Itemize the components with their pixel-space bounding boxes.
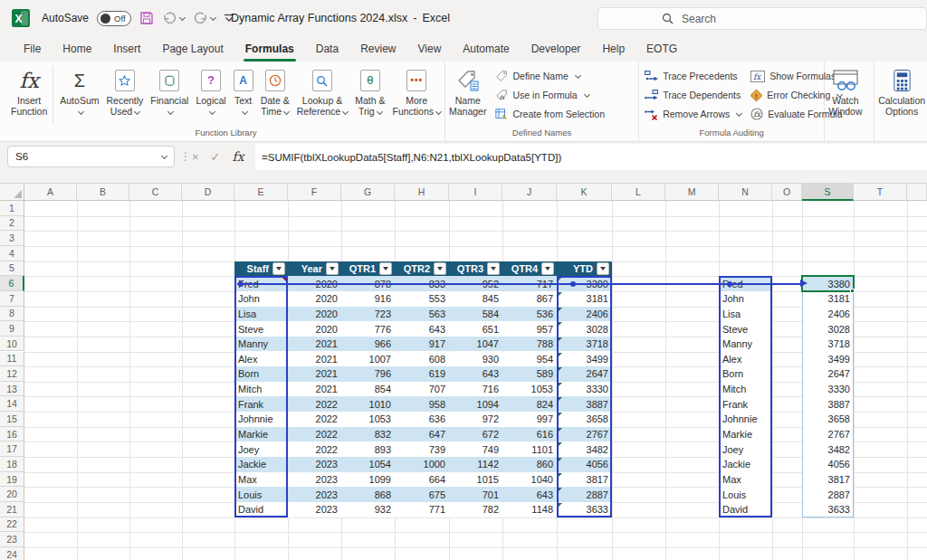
filter-button-qtr2[interactable]: [434, 262, 446, 275]
cell-S18[interactable]: 4056: [802, 457, 854, 472]
confirm-entry-button[interactable]: ✓: [211, 150, 221, 164]
cell-E13[interactable]: Mitch: [234, 382, 288, 397]
cell-S8[interactable]: 2406: [802, 307, 854, 322]
cell-F12[interactable]: 2021: [288, 366, 341, 382]
cell-G21[interactable]: 932: [341, 502, 395, 517]
cell-N11[interactable]: Alex: [719, 352, 772, 367]
formula-input[interactable]: =SUMIF(tblXLookupData5[Staff],N6:N21,tbl…: [255, 144, 927, 170]
cell-J17[interactable]: 1101: [502, 441, 557, 457]
cell-H17[interactable]: 739: [395, 441, 449, 457]
cell-N15[interactable]: Johnnie: [719, 412, 772, 427]
cell-K21[interactable]: 3633: [557, 502, 612, 517]
ribbon-button-recently-used[interactable]: Recently Used: [102, 64, 147, 117]
cell-I19[interactable]: 1015: [449, 472, 502, 488]
column-header-T[interactable]: T: [854, 184, 907, 201]
row-header-12[interactable]: 12: [0, 366, 24, 382]
cell-G20[interactable]: 868: [341, 487, 395, 502]
column-header-C[interactable]: C: [129, 184, 182, 201]
row-header-1[interactable]: 1: [0, 201, 24, 216]
cell-N19[interactable]: Max: [719, 472, 772, 488]
row-header-5[interactable]: 5: [0, 261, 24, 277]
cell-I18[interactable]: 1142: [449, 457, 502, 472]
cell-N12[interactable]: Born: [719, 366, 772, 382]
cell-K7[interactable]: 3181: [557, 291, 612, 307]
column-header-A[interactable]: A: [24, 184, 77, 201]
cell-K11[interactable]: 3499: [557, 352, 612, 367]
cell-E17[interactable]: Joey: [234, 441, 288, 457]
name-manager-button[interactable]: Name Manager: [445, 64, 490, 117]
cell-E14[interactable]: Frank: [234, 396, 288, 412]
cell-I17[interactable]: 749: [449, 441, 502, 457]
row-header-14[interactable]: 14: [0, 396, 24, 412]
cell-I20[interactable]: 701: [449, 487, 502, 502]
calculation-options-button[interactable]: Calculation Options: [874, 64, 927, 117]
cell-I13[interactable]: 716: [449, 382, 502, 397]
cell-J13[interactable]: 1053: [502, 382, 557, 397]
cell-G10[interactable]: 966: [341, 337, 395, 352]
cell-J21[interactable]: 1148: [502, 502, 557, 517]
cell-H9[interactable]: 643: [395, 321, 449, 337]
cell-F6[interactable]: 2020: [288, 276, 341, 291]
cell-S12[interactable]: 2647: [802, 366, 854, 382]
autosave-toggle[interactable]: Off: [97, 11, 131, 26]
cell-E11[interactable]: Alex: [234, 352, 288, 367]
cell-K19[interactable]: 3817: [557, 472, 612, 488]
ribbon-button-math-trig[interactable]: θ Math & Trig: [351, 64, 388, 117]
search-box[interactable]: Search: [597, 7, 927, 30]
cell-H12[interactable]: 619: [395, 366, 449, 382]
cell-E7[interactable]: John: [234, 291, 288, 307]
cell-S21[interactable]: 3633: [802, 502, 854, 517]
cell-G11[interactable]: 1007: [341, 352, 395, 367]
redo-button[interactable]: [193, 12, 215, 25]
cell-G19[interactable]: 1099: [341, 472, 395, 488]
cell-I14[interactable]: 1094: [449, 396, 502, 412]
cell-G13[interactable]: 854: [341, 382, 395, 397]
cell-H6[interactable]: 833: [395, 276, 449, 291]
cell-K15[interactable]: 3658: [557, 412, 612, 427]
row-header-6[interactable]: 6: [0, 276, 24, 291]
row-header-3[interactable]: 3: [0, 231, 24, 246]
insert-function-button[interactable]: fx Insert Function: [7, 64, 51, 117]
column-header-I[interactable]: I: [449, 184, 502, 201]
cell-N6[interactable]: Fred: [719, 276, 772, 291]
cell-S19[interactable]: 3817: [802, 472, 854, 488]
cell-F9[interactable]: 2020: [288, 321, 341, 337]
cell-G18[interactable]: 1054: [341, 457, 395, 472]
column-header-D[interactable]: D: [182, 184, 234, 201]
row-header-20[interactable]: 20: [0, 487, 24, 502]
ribbon-button-lookup-reference[interactable]: Lookup & Reference: [293, 64, 351, 117]
column-header-H[interactable]: H: [395, 184, 449, 201]
insert-function-fx-button[interactable]: fx: [233, 149, 244, 164]
filter-button-qtr4[interactable]: [541, 262, 554, 275]
ribbon-button-date-time[interactable]: Date & Time: [257, 64, 293, 117]
tab-data[interactable]: Data: [305, 36, 349, 62]
row-header-7[interactable]: 7: [0, 291, 24, 307]
cell-J18[interactable]: 860: [502, 457, 557, 472]
cell-S10[interactable]: 3718: [802, 337, 854, 352]
cell-N7[interactable]: John: [719, 291, 772, 307]
cell-S7[interactable]: 3181: [802, 291, 854, 307]
tab-eotg[interactable]: EOTG: [636, 36, 688, 62]
cell-S11[interactable]: 3499: [802, 352, 854, 367]
filter-button-ytd[interactable]: [597, 262, 609, 275]
cell-F13[interactable]: 2021: [288, 382, 341, 397]
cell-F16[interactable]: 2022: [288, 427, 341, 442]
tab-automate[interactable]: Automate: [452, 36, 520, 62]
cell-I8[interactable]: 584: [449, 307, 502, 322]
cancel-entry-button[interactable]: ×: [192, 150, 199, 164]
cell-F18[interactable]: 2023: [288, 457, 341, 472]
row-header-22[interactable]: 22: [0, 517, 24, 533]
cell-G7[interactable]: 916: [341, 291, 395, 307]
row-header-18[interactable]: 18: [0, 457, 24, 472]
row-header-13[interactable]: 13: [0, 382, 24, 397]
cell-J12[interactable]: 589: [502, 366, 557, 382]
cell-F10[interactable]: 2021: [288, 337, 341, 352]
filter-button-staff[interactable]: [272, 262, 285, 275]
cell-N18[interactable]: Jackie: [719, 457, 772, 472]
cell-F8[interactable]: 2020: [288, 307, 341, 322]
cell-N16[interactable]: Markie: [719, 427, 772, 442]
cell-F17[interactable]: 2022: [288, 441, 341, 457]
cell-J15[interactable]: 997: [502, 412, 557, 427]
cell-K10[interactable]: 3718: [557, 337, 612, 352]
cell-K18[interactable]: 4056: [557, 457, 612, 472]
